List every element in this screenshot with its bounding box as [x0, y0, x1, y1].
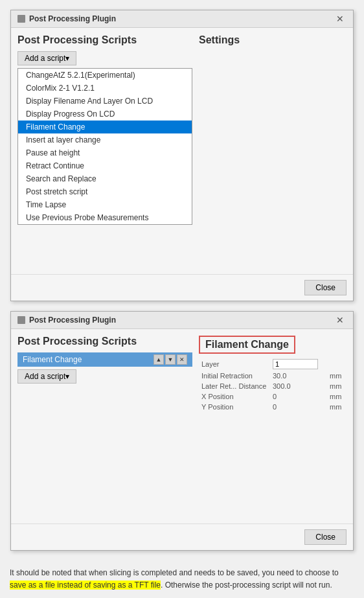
window2-title: Post Processing Plugin	[29, 316, 116, 325]
field-unit-x-position: mm	[327, 391, 347, 402]
app-icon	[17, 15, 25, 23]
field-unit-later-ret: mm	[327, 381, 347, 391]
window2-close-x[interactable]: ✕	[334, 315, 347, 325]
window1: Post Processing Plugin ✕ Post Processing…	[10, 10, 354, 301]
table-row: Layer	[199, 358, 347, 371]
window2-footer: Close	[11, 523, 353, 550]
menu-item-11[interactable]: Use Previous Probe Measurements	[18, 211, 192, 224]
menu-item-3[interactable]: Display Progress On LCD	[18, 108, 192, 121]
window1-footer: Close	[11, 274, 353, 301]
window2: Post Processing Plugin ✕ Post Processing…	[10, 311, 354, 551]
title-bar-1: Post Processing Plugin ✕	[11, 10, 353, 28]
menu-item-1[interactable]: ColorMix 2-1 V1.2.1	[18, 82, 192, 95]
menu-item-7[interactable]: Retract Continue	[18, 159, 192, 172]
field-label-initial-retraction: Initial Retraction	[199, 371, 270, 381]
menu-item-0[interactable]: ChangeAtZ 5.2.1(Experimental)	[18, 69, 192, 82]
table-row: Initial Retraction 30.0 mm	[199, 371, 347, 381]
menu-item-10[interactable]: Time Lapse	[18, 198, 192, 211]
window1-left-panel: Post Processing Scripts Add a script▾ Ch…	[17, 34, 192, 268]
window2-close-button[interactable]: Close	[304, 529, 347, 545]
table-row: Later Ret... Distance 300.0 mm	[199, 381, 347, 391]
field-unit-initial-retraction: mm	[327, 371, 347, 381]
field-label-later-ret: Later Ret... Distance	[199, 381, 270, 391]
menu-item-4[interactable]: Filament Change	[18, 121, 192, 133]
note-section: It should be noted that when slicing is …	[0, 560, 364, 598]
note-text-before: It should be noted that when slicing is …	[10, 568, 339, 577]
window1-right-title: Settings	[199, 34, 347, 46]
window2-left-title: Post Processing Scripts	[17, 336, 192, 347]
field-label-x-position: X Position	[199, 391, 270, 402]
field-value-initial-retraction: 30.0	[270, 371, 327, 381]
note-text-after: . Otherwise the post-processing script w…	[161, 581, 332, 590]
note-highlight: save as a file instead of saving as a TF…	[10, 581, 161, 590]
table-row: X Position 0 mm	[199, 391, 347, 402]
menu-item-2[interactable]: Display Filename And Layer On LCD	[18, 95, 192, 108]
field-label-layer: Layer	[199, 358, 270, 371]
menu-item-9[interactable]: Post stretch script	[18, 185, 192, 198]
window1-close-x[interactable]: ✕	[334, 14, 347, 24]
field-unit-layer	[327, 358, 347, 371]
field-value-y-position: 0	[270, 402, 327, 412]
window2-left-panel: Post Processing Scripts Filament Change …	[17, 336, 192, 517]
window2-settings-panel: Filament Change Layer Initial Retraction…	[199, 336, 347, 517]
window1-close-button[interactable]: Close	[304, 280, 347, 295]
window1-content: Post Processing Scripts Add a script▾ Ch…	[11, 28, 353, 274]
menu-item-6[interactable]: Pause at height	[18, 146, 192, 159]
script-up-button[interactable]: ▲	[154, 354, 164, 365]
field-unit-y-position: mm	[327, 402, 347, 412]
menu-item-5[interactable]: Insert at layer change	[18, 133, 192, 146]
table-row: Y Position 0 mm	[199, 402, 347, 412]
app-icon-2	[17, 316, 25, 324]
layer-input[interactable]	[273, 359, 318, 369]
window1-title: Post Processing Plugin	[29, 14, 116, 23]
field-value-later-ret: 300.0	[270, 381, 327, 391]
settings-table: Layer Initial Retraction 30.0 mm Later R…	[199, 358, 347, 412]
script-list-item[interactable]: Filament Change ▲ ▼ ✕	[17, 352, 192, 367]
window1-left-title: Post Processing Scripts	[17, 34, 192, 46]
script-controls: ▲ ▼ ✕	[154, 354, 187, 365]
dropdown-menu: ChangeAtZ 5.2.1(Experimental) ColorMix 2…	[17, 68, 192, 225]
add-script-button-2[interactable]: Add a script▾	[17, 369, 76, 384]
window1-right-panel: Settings	[199, 34, 347, 268]
title-bar-2: Post Processing Plugin ✕	[11, 312, 353, 329]
add-script-button-1[interactable]: Add a script▾	[17, 51, 76, 65]
settings-title: Filament Change	[199, 336, 295, 354]
script-down-button[interactable]: ▼	[165, 354, 176, 365]
menu-item-8[interactable]: Search and Replace	[18, 172, 192, 185]
field-input-layer[interactable]	[270, 358, 327, 371]
script-remove-button[interactable]: ✕	[177, 354, 187, 365]
field-value-x-position: 0	[270, 391, 327, 402]
field-label-y-position: Y Position	[199, 402, 270, 412]
window2-content: Post Processing Scripts Filament Change …	[11, 329, 353, 523]
script-item-label: Filament Change	[23, 355, 82, 364]
